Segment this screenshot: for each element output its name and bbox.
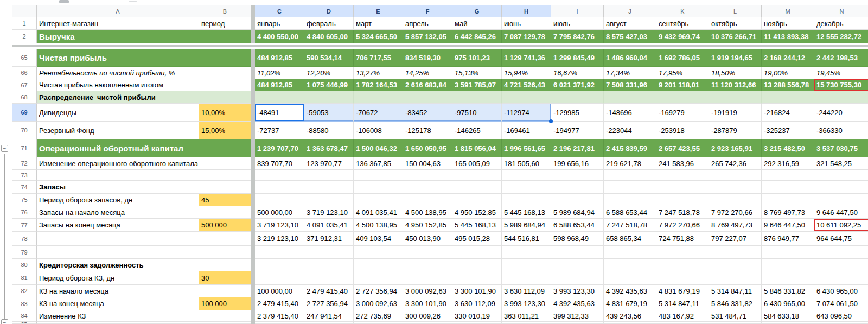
row-header-73[interactable]: 73	[12, 170, 37, 181]
cell-L81[interactable]	[709, 271, 762, 285]
cell-B74[interactable]	[199, 181, 251, 194]
cell-C81[interactable]	[255, 271, 304, 285]
cell-B67[interactable]	[199, 79, 251, 91]
cell-I82[interactable]: 3 993 123,30	[551, 285, 604, 297]
row-header-74[interactable]: 74	[12, 181, 37, 194]
cell-C79[interactable]	[255, 246, 304, 259]
cell-F80[interactable]	[403, 259, 452, 271]
cell-E82[interactable]: 2 727 356,94	[354, 285, 403, 297]
cell-B73[interactable]	[199, 170, 251, 181]
cell-G71[interactable]: 1 815 056,04	[452, 139, 502, 157]
cell-G73[interactable]	[452, 170, 502, 181]
cell-J1[interactable]: август	[604, 17, 656, 30]
cell-B76[interactable]	[199, 206, 251, 219]
cell-D78[interactable]: 371 912,31	[304, 232, 354, 246]
cell-A75[interactable]: Период оборота запасов, дн	[37, 194, 199, 206]
cell-M69[interactable]: -216824	[762, 104, 814, 122]
cell-A65[interactable]: Чистая прибыль	[37, 49, 199, 67]
cell-B79[interactable]	[199, 246, 251, 259]
cell-G75[interactable]	[452, 194, 502, 206]
column-header-L[interactable]: L	[709, 5, 762, 17]
cell-C65[interactable]: 484 912,85	[255, 49, 304, 67]
cell-G2[interactable]: 6 442 845,26	[452, 30, 502, 43]
cell-G78[interactable]: 495 015,28	[452, 232, 502, 246]
cell-D67[interactable]: 1 075 446,99	[304, 79, 354, 91]
cell-N78[interactable]: 964 644,75	[814, 232, 868, 246]
cell-J79[interactable]	[604, 246, 656, 259]
column-header-D[interactable]: D	[304, 5, 354, 17]
cell-H68[interactable]	[502, 91, 551, 104]
cell-D70[interactable]: -88580	[304, 122, 354, 139]
column-header-I[interactable]: I	[551, 5, 604, 17]
cell-M66[interactable]: 19,00%	[762, 67, 814, 79]
cell-H73[interactable]	[502, 170, 551, 181]
cell-I68[interactable]	[551, 91, 604, 104]
cell-C67[interactable]: 484 912,85	[255, 79, 304, 91]
row-header-69[interactable]: 69	[12, 104, 37, 122]
cell-N2[interactable]: 12 555 282,72	[814, 30, 868, 43]
cell-H72[interactable]: 181 505,60	[502, 157, 551, 170]
cell-K83[interactable]: 5 314 847,11	[656, 297, 709, 310]
cell-A82[interactable]: КЗ на начало месяца	[37, 285, 199, 297]
cell-L1[interactable]: октябрь	[709, 17, 762, 30]
cell-F65[interactable]: 834 519,30	[403, 49, 452, 67]
cell-F84[interactable]: 300 009,26	[403, 310, 452, 322]
column-header-B[interactable]: B	[199, 5, 251, 17]
cell-H66[interactable]: 15,94%	[502, 67, 551, 79]
cell-K72[interactable]: 241 583,96	[656, 157, 709, 170]
cell-B71[interactable]	[199, 139, 251, 157]
cell-M85[interactable]	[762, 322, 814, 324]
cell-I81[interactable]	[551, 271, 604, 285]
cell-N74[interactable]	[814, 181, 868, 194]
cell-H75[interactable]	[502, 194, 551, 206]
cell-I2[interactable]: 7 795 842,76	[551, 30, 604, 43]
cell-I70[interactable]: -194977	[551, 122, 604, 139]
cell-E70[interactable]: -106008	[354, 122, 403, 139]
cell-N1[interactable]: декабрь	[814, 17, 868, 30]
cell-M1[interactable]: ноябрь	[762, 17, 814, 30]
cell-G69[interactable]: -97510	[452, 104, 502, 122]
cell-M71[interactable]: 3 215 482,50	[762, 139, 814, 157]
cell-N66[interactable]: 19,45%	[814, 67, 868, 79]
cell-E81[interactable]	[354, 271, 403, 285]
cell-H79[interactable]	[502, 246, 551, 259]
cell-C77[interactable]: 3 719 123,10	[255, 219, 304, 232]
row-header-67[interactable]: 67	[12, 79, 37, 91]
cell-G81[interactable]	[452, 271, 502, 285]
cell-L77[interactable]: 8 769 497,73	[709, 219, 762, 232]
cell-D79[interactable]	[304, 246, 354, 259]
cell-I71[interactable]: 2 196 217,81	[551, 139, 604, 157]
cell-H84[interactable]: 363 011,21	[502, 310, 551, 322]
cell-F66[interactable]: 14,25%	[403, 67, 452, 79]
cell-B65[interactable]	[199, 49, 251, 67]
cell-I67[interactable]: 6 021 371,92	[551, 79, 604, 91]
cell-L75[interactable]	[709, 194, 762, 206]
row-header-66[interactable]: 66	[12, 67, 37, 79]
cell-E75[interactable]	[354, 194, 403, 206]
cell-B77[interactable]: 500 000	[199, 219, 251, 232]
cell-C85[interactable]	[255, 322, 304, 324]
cell-L71[interactable]: 2 923 165,91	[709, 139, 762, 157]
cell-H77[interactable]: 5 989 684,94	[502, 219, 551, 232]
cell-E77[interactable]: 4 500 138,95	[354, 219, 403, 232]
cell-B84[interactable]	[199, 310, 251, 322]
cell-A68[interactable]: Распределение чистой прибыли	[37, 91, 199, 104]
cell-B66[interactable]	[199, 67, 251, 79]
cell-G77[interactable]: 5 445 168,13	[452, 219, 502, 232]
cell-H83[interactable]: 3 993 123,30	[502, 297, 551, 310]
cell-H81[interactable]	[502, 271, 551, 285]
cell-I72[interactable]: 199 656,16	[551, 157, 604, 170]
cell-C1[interactable]: январь	[255, 17, 304, 30]
cell-A79[interactable]	[37, 246, 199, 259]
cell-A81[interactable]: Период оборота КЗ, дн	[37, 271, 199, 285]
cell-I77[interactable]: 6 588 653,44	[551, 219, 604, 232]
row-header-2[interactable]: 2	[12, 30, 37, 43]
cell-E2[interactable]: 5 324 665,50	[354, 30, 403, 43]
cell-A69[interactable]: Дивиденды	[37, 104, 199, 122]
cell-M65[interactable]: 2 168 244,12	[762, 49, 814, 67]
cell-B81[interactable]: 30	[199, 271, 251, 285]
cell-A1[interactable]: Интернет-магазин	[37, 17, 199, 30]
cell-E1[interactable]: март	[354, 17, 403, 30]
cell-F74[interactable]	[403, 181, 452, 194]
cell-C84[interactable]: 2 379 415,40	[255, 310, 304, 322]
